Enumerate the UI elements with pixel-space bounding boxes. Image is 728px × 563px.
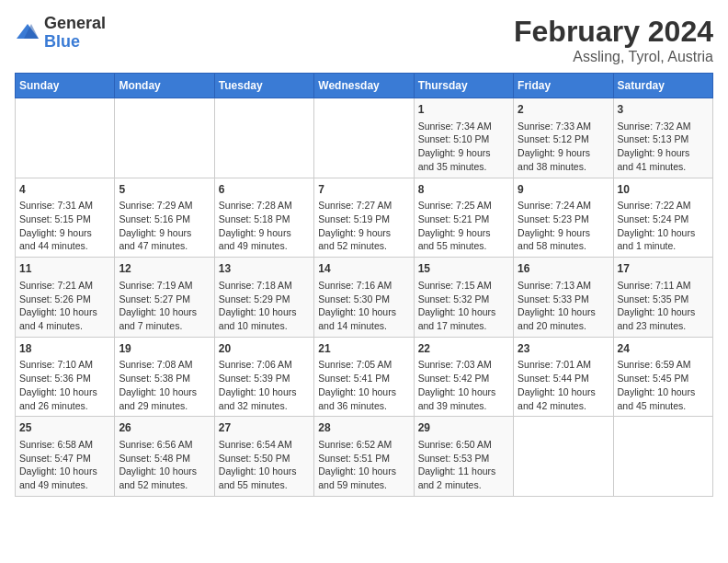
calendar-week-row: 11Sunrise: 7:21 AMSunset: 5:26 PMDayligh… <box>16 258 713 338</box>
day-info: Sunset: 5:32 PM <box>418 293 509 306</box>
page-title: February 2024 <box>514 15 713 49</box>
day-info: Sunrise: 7:24 AM <box>518 199 609 213</box>
day-info: Sunrise: 6:56 AM <box>119 438 210 452</box>
day-info: Sunrise: 7:13 AM <box>518 279 609 293</box>
day-info: Sunset: 5:10 PM <box>418 132 509 146</box>
day-number: 17 <box>618 261 709 277</box>
day-number: 10 <box>618 182 709 198</box>
day-info: Sunset: 5:30 PM <box>318 293 409 306</box>
page-subtitle: Assling, Tyrol, Austria <box>514 49 713 65</box>
day-number: 8 <box>418 182 509 198</box>
calendar-body: 1Sunrise: 7:34 AMSunset: 5:10 PMDaylight… <box>16 98 713 497</box>
day-info: Daylight: 10 hours <box>418 305 509 319</box>
calendar-cell: 29Sunrise: 6:50 AMSunset: 5:53 PMDayligh… <box>414 417 513 497</box>
day-info: Daylight: 10 hours <box>618 385 709 399</box>
day-info: Daylight: 9 hours <box>119 226 210 240</box>
day-info: Sunrise: 7:03 AM <box>418 358 509 372</box>
day-info: Sunrise: 6:50 AM <box>418 438 509 452</box>
day-info: Sunrise: 7:21 AM <box>19 279 110 293</box>
day-number: 2 <box>518 102 609 118</box>
day-info: Sunset: 5:41 PM <box>318 372 409 385</box>
calendar-cell <box>115 98 214 178</box>
calendar-header-row: SundayMondayTuesdayWednesdayThursdayFrid… <box>16 74 713 98</box>
day-info: Sunrise: 7:22 AM <box>618 199 709 213</box>
day-header: Sunday <box>16 74 115 98</box>
day-header: Saturday <box>613 74 712 98</box>
calendar-cell <box>514 417 613 497</box>
day-number: 24 <box>618 341 709 357</box>
day-info: Sunrise: 6:58 AM <box>19 438 110 452</box>
day-info: Daylight: 10 hours <box>618 226 709 240</box>
day-info: Sunrise: 6:54 AM <box>219 438 310 452</box>
day-info: and 32 minutes. <box>219 399 310 413</box>
day-info: and 4 minutes. <box>19 319 110 333</box>
day-info: Sunrise: 6:59 AM <box>618 358 709 372</box>
day-info: Sunrise: 7:16 AM <box>318 279 409 293</box>
day-info: Sunset: 5:21 PM <box>418 213 509 226</box>
calendar-cell: 4Sunrise: 7:31 AMSunset: 5:15 PMDaylight… <box>16 178 115 258</box>
calendar-week-row: 18Sunrise: 7:10 AMSunset: 5:36 PMDayligh… <box>16 337 713 417</box>
day-number: 1 <box>418 102 509 118</box>
day-info: Sunset: 5:16 PM <box>119 213 210 226</box>
day-info: Sunset: 5:26 PM <box>19 293 110 306</box>
day-info: Sunset: 5:51 PM <box>318 452 409 465</box>
day-info: Daylight: 10 hours <box>19 305 110 319</box>
day-info: Sunrise: 7:33 AM <box>518 120 609 133</box>
day-info: and 45 minutes. <box>618 399 709 413</box>
day-info: and 52 minutes. <box>119 478 210 492</box>
day-info: and 23 minutes. <box>618 319 709 333</box>
day-info: Sunrise: 7:32 AM <box>618 120 709 133</box>
calendar-cell: 1Sunrise: 7:34 AMSunset: 5:10 PMDaylight… <box>414 98 513 178</box>
day-info: Sunset: 5:18 PM <box>219 213 310 226</box>
calendar-cell: 10Sunrise: 7:22 AMSunset: 5:24 PMDayligh… <box>613 178 712 258</box>
day-info: and 39 minutes. <box>418 399 509 413</box>
day-info: Sunrise: 7:19 AM <box>119 279 210 293</box>
day-info: Sunset: 5:23 PM <box>518 213 609 226</box>
calendar-cell: 17Sunrise: 7:11 AMSunset: 5:35 PMDayligh… <box>613 258 712 338</box>
day-info: and 29 minutes. <box>119 399 210 413</box>
calendar-cell: 28Sunrise: 6:52 AMSunset: 5:51 PMDayligh… <box>314 417 414 497</box>
day-info: Sunset: 5:39 PM <box>219 372 310 385</box>
day-info: Sunset: 5:15 PM <box>19 213 110 226</box>
day-info: and 47 minutes. <box>119 239 210 253</box>
calendar-cell: 11Sunrise: 7:21 AMSunset: 5:26 PMDayligh… <box>16 258 115 338</box>
day-number: 16 <box>518 261 609 277</box>
day-info: and 59 minutes. <box>318 478 409 492</box>
calendar-cell: 16Sunrise: 7:13 AMSunset: 5:33 PMDayligh… <box>514 258 613 338</box>
day-info: Daylight: 10 hours <box>119 305 210 319</box>
day-header: Friday <box>514 74 613 98</box>
calendar-cell: 15Sunrise: 7:15 AMSunset: 5:32 PMDayligh… <box>414 258 513 338</box>
day-info: Daylight: 9 hours <box>19 226 110 240</box>
day-info: and 55 minutes. <box>219 478 310 492</box>
calendar-cell: 9Sunrise: 7:24 AMSunset: 5:23 PMDaylight… <box>514 178 613 258</box>
day-info: Daylight: 9 hours <box>618 146 709 160</box>
calendar-cell: 14Sunrise: 7:16 AMSunset: 5:30 PMDayligh… <box>314 258 414 338</box>
day-info: Daylight: 10 hours <box>219 465 310 478</box>
calendar-cell: 3Sunrise: 7:32 AMSunset: 5:13 PMDaylight… <box>613 98 712 178</box>
day-info: Sunrise: 7:05 AM <box>318 358 409 372</box>
day-info: Sunrise: 7:10 AM <box>19 358 110 372</box>
day-info: Daylight: 9 hours <box>418 226 509 240</box>
day-info: Sunset: 5:13 PM <box>618 132 709 146</box>
day-header: Tuesday <box>214 74 313 98</box>
day-info: and 41 minutes. <box>618 160 709 174</box>
calendar-cell: 26Sunrise: 6:56 AMSunset: 5:48 PMDayligh… <box>115 417 214 497</box>
day-info: Daylight: 10 hours <box>618 305 709 319</box>
day-info: Sunrise: 7:06 AM <box>219 358 310 372</box>
day-info: Sunset: 5:35 PM <box>618 293 709 306</box>
day-info: Sunset: 5:19 PM <box>318 213 409 226</box>
logo-blue: Blue <box>44 32 80 51</box>
day-info: and 52 minutes. <box>318 239 409 253</box>
day-info: Sunset: 5:33 PM <box>518 293 609 306</box>
day-info: Daylight: 9 hours <box>518 226 609 240</box>
day-info: Sunrise: 7:11 AM <box>618 279 709 293</box>
day-info: Sunset: 5:12 PM <box>518 132 609 146</box>
logo: General Blue <box>15 15 106 52</box>
day-number: 6 <box>219 182 310 198</box>
day-number: 19 <box>119 341 210 357</box>
calendar-cell <box>16 98 115 178</box>
day-info: and 49 minutes. <box>219 239 310 253</box>
day-info: Daylight: 10 hours <box>19 465 110 478</box>
day-info: and 58 minutes. <box>518 239 609 253</box>
day-number: 14 <box>318 261 409 277</box>
